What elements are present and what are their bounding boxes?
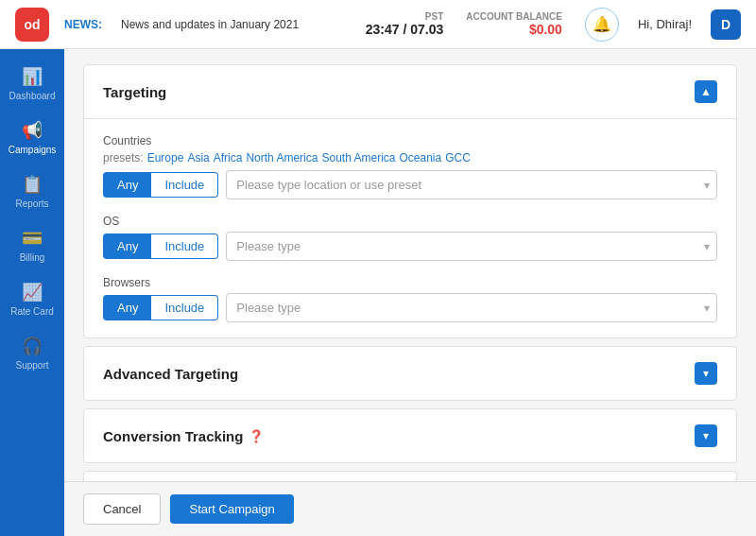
- preset-north-america[interactable]: North America: [246, 151, 318, 164]
- browsers-include-button[interactable]: Include: [151, 295, 218, 320]
- sidebar-item-billing[interactable]: 💳 Billing: [0, 218, 64, 272]
- user-greeting: Hi, Dhiraj!: [638, 17, 692, 31]
- browsers-field-block: Browsers Any Include Please type: [103, 276, 717, 322]
- pst-label: PST: [366, 11, 444, 22]
- browsers-field-group: Any Include Please type: [103, 293, 717, 322]
- sidebar-label-reports: Reports: [15, 199, 48, 209]
- countries-field-group: Any Include Please type location or use …: [103, 170, 717, 199]
- targeting-section: Targeting ▲ Countries presets: Europe As…: [83, 64, 737, 338]
- sidebar-label-dashboard: Dashboard: [9, 91, 56, 101]
- subid-optimization-header[interactable]: Subid Optimization ▾: [84, 472, 736, 481]
- pst-time: 23:47 / 07.03: [366, 22, 444, 37]
- dashboard-icon: 📊: [22, 66, 43, 87]
- sidebar-item-dashboard[interactable]: 📊 Dashboard: [0, 57, 64, 111]
- countries-label: Countries: [103, 134, 717, 147]
- sidebar-item-support[interactable]: 🎧 Support: [0, 326, 64, 380]
- countries-include-button[interactable]: Include: [151, 172, 218, 198]
- browsers-select[interactable]: Please type: [226, 293, 717, 322]
- os-any-button[interactable]: Any: [103, 233, 151, 259]
- os-field-block: OS Any Include Please type: [103, 215, 717, 261]
- browsers-label: Browsers: [103, 276, 717, 289]
- preset-africa[interactable]: Africa: [214, 151, 243, 164]
- news-badge: NEWS:: [64, 18, 102, 31]
- preset-south-america[interactable]: South America: [321, 151, 395, 164]
- support-icon: 🎧: [22, 336, 43, 356]
- countries-any-button[interactable]: Any: [103, 172, 151, 198]
- reports-icon: 📋: [22, 174, 43, 195]
- preset-asia[interactable]: Asia: [187, 151, 209, 164]
- user-avatar: D: [711, 9, 741, 40]
- content-area: Targeting ▲ Countries presets: Europe As…: [64, 49, 756, 481]
- sidebar-label-rate-card: Rate Card: [10, 306, 54, 317]
- targeting-header[interactable]: Targeting ▲: [84, 65, 736, 119]
- main-content: Targeting ▲ Countries presets: Europe As…: [64, 49, 756, 536]
- campaigns-icon: 📢: [22, 120, 43, 141]
- countries-select-wrapper: Please type location or use preset: [226, 170, 717, 199]
- action-bar: Cancel Start Campaign: [64, 481, 756, 536]
- conversion-tracking-title: Conversion Tracking: [103, 428, 243, 444]
- sidebar-label-support: Support: [15, 360, 48, 371]
- preset-oceania[interactable]: Oceania: [400, 151, 442, 164]
- conversion-tracking-header[interactable]: Conversion Tracking ❓ ▾: [84, 409, 736, 462]
- conversion-tracking-section: Conversion Tracking ❓ ▾: [83, 408, 737, 463]
- advanced-targeting-header[interactable]: Advanced Targeting ▾: [84, 347, 736, 400]
- sidebar-item-rate-card[interactable]: 📈 Rate Card: [0, 272, 64, 326]
- os-select[interactable]: Please type: [226, 232, 717, 261]
- sidebar-label-billing: Billing: [20, 252, 45, 263]
- os-select-wrapper: Please type: [226, 232, 717, 261]
- preset-gcc[interactable]: GCC: [445, 151, 471, 164]
- os-field-group: Any Include Please type: [103, 232, 717, 261]
- countries-field-block: Countries presets: Europe Asia Africa No…: [103, 134, 717, 199]
- targeting-title: Targeting: [103, 84, 166, 100]
- sidebar-label-campaigns: Campaigns: [9, 145, 57, 155]
- targeting-body: Countries presets: Europe Asia Africa No…: [84, 119, 736, 337]
- cancel-button[interactable]: Cancel: [83, 493, 161, 525]
- sidebar-item-campaigns[interactable]: 📢 Campaigns: [0, 111, 64, 164]
- billing-icon: 💳: [22, 228, 43, 249]
- advanced-targeting-section: Advanced Targeting ▾: [83, 346, 737, 401]
- countries-select[interactable]: Please type location or use preset: [226, 170, 717, 199]
- sidebar: 📊 Dashboard 📢 Campaigns 📋 Reports 💳 Bill…: [0, 49, 64, 536]
- conversion-tracking-toggle-button[interactable]: ▾: [695, 424, 717, 447]
- os-include-button[interactable]: Include: [151, 233, 218, 259]
- advanced-targeting-toggle-button[interactable]: ▾: [695, 362, 717, 385]
- help-icon[interactable]: ❓: [249, 429, 264, 443]
- pst-block: PST 23:47 / 07.03: [366, 11, 444, 37]
- presets-label: presets:: [103, 151, 144, 164]
- rate-card-icon: 📈: [22, 282, 43, 303]
- presets-row: presets: Europe Asia Africa North Americ…: [103, 151, 717, 164]
- start-campaign-button[interactable]: Start Campaign: [170, 494, 293, 524]
- notifications-button[interactable]: 🔔: [585, 8, 619, 42]
- subid-optimization-section: Subid Optimization ▾: [83, 471, 737, 481]
- browsers-any-button[interactable]: Any: [103, 295, 151, 320]
- account-balance: $0.00: [466, 22, 562, 37]
- logo: od: [15, 8, 49, 42]
- news-text: News and updates in January 2021: [121, 18, 299, 31]
- browsers-select-wrapper: Please type: [226, 293, 717, 322]
- sidebar-item-reports[interactable]: 📋 Reports: [0, 164, 64, 218]
- advanced-targeting-title: Advanced Targeting: [103, 366, 238, 382]
- account-label: ACCOUNT BALANCE: [466, 11, 562, 22]
- targeting-toggle-button[interactable]: ▲: [695, 80, 717, 103]
- account-block: ACCOUNT BALANCE $0.00: [466, 11, 562, 37]
- preset-europe[interactable]: Europe: [147, 151, 184, 164]
- top-navigation: od NEWS: News and updates in January 202…: [0, 0, 756, 49]
- os-label: OS: [103, 215, 717, 228]
